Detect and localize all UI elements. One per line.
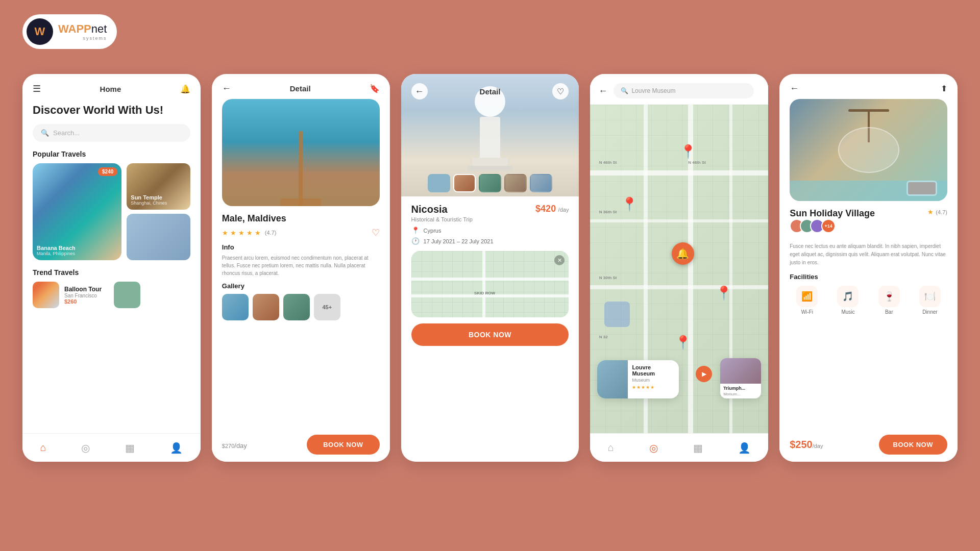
trend-item-1[interactable]: Balloon Tour San Francisco $260 (33, 282, 109, 308)
holiday-book-btn[interactable]: BOOK NOW (879, 435, 947, 455)
nav-explore-icon[interactable]: ◎ (81, 442, 90, 454)
holiday-footer: $250/day BOOK NOW (779, 429, 958, 462)
screen-map: ← 🔍 Louvre Museum N 46th St N 46th St N … (590, 74, 768, 462)
home-title: Home (100, 85, 121, 93)
triumph-img (720, 358, 761, 384)
search-icon: 🔍 (41, 129, 49, 137)
nicosia-header: ← Detail ♡ (401, 74, 579, 109)
street-label-2: N 46th St (688, 160, 706, 165)
rating-value: (4.7) (265, 230, 277, 236)
gallery-thumb-3[interactable] (283, 294, 310, 320)
nicosia-hero: ← Detail ♡ (401, 74, 579, 196)
card-location: Manila, Philippines (37, 251, 76, 256)
play-button[interactable]: ▶ (696, 366, 712, 382)
thumb-3[interactable] (479, 174, 501, 192)
triumph-card[interactable]: Triumph... Monum... (720, 358, 761, 398)
logo-net: net (91, 22, 107, 35)
map-pin-2[interactable]: 📍 (621, 196, 638, 212)
thumb-1[interactable] (428, 174, 450, 192)
detail-heart-icon[interactable]: ♡ (372, 227, 380, 238)
street-label-5: N 32 (599, 335, 608, 339)
trend-item-2[interactable] (114, 282, 190, 308)
pool-illustration (838, 109, 899, 173)
holiday-per: /day (813, 443, 823, 449)
map-back-icon[interactable]: ← (598, 86, 607, 96)
nicosia-back-icon[interactable]: ← (411, 83, 428, 99)
h-rating: (4.7) (936, 209, 947, 215)
trend-price-1: $260 (64, 298, 109, 305)
louvre-card[interactable]: Louvre Museum Museum ★ ★ ★ ★ ★ (597, 360, 679, 398)
nicosia-heart-icon[interactable]: ♡ (552, 83, 569, 99)
nav-cal-map[interactable]: ▦ (693, 442, 703, 454)
screen-home: ☰ Home 🔔 Discover World With Us! 🔍 Searc… (22, 74, 201, 462)
price-badge: $240 (98, 167, 117, 176)
thumb-4[interactable] (504, 174, 527, 192)
nicosia-place-info: Nicosia Historical & Touristic Trip (411, 204, 473, 222)
nicosia-meta: 📍 Cyprus 🕐 17 July 2021 – 22 July 2021 (411, 227, 569, 245)
bookmark-icon[interactable]: 🔖 (370, 84, 380, 93)
screen-detail-maldives: ← Detail 🔖 Male, Maldives ★ ★ ★ ★ ★ (4.7… (212, 74, 390, 462)
facility-bar: 🍷 Bar (872, 286, 906, 315)
nav-home-map[interactable]: ⌂ (608, 442, 614, 454)
price-value: $270/day (222, 439, 247, 450)
home-header: ☰ Home 🔔 (22, 74, 201, 99)
nav-profile-map[interactable]: 👤 (738, 442, 751, 454)
nav-calendar-icon[interactable]: ▦ (125, 442, 135, 454)
map-road-v (482, 251, 485, 317)
gallery-more[interactable]: 45+ (314, 294, 340, 320)
gallery-thumb-2[interactable] (253, 294, 279, 320)
holiday-back-icon[interactable]: ← (790, 83, 799, 94)
back-icon[interactable]: ← (222, 83, 231, 94)
street-label-3: N 36th St (599, 210, 617, 214)
meta-location: 📍 Cyprus (411, 227, 569, 234)
thumb-2[interactable] (453, 174, 476, 192)
map-search[interactable]: 🔍 Louvre Museum (614, 83, 754, 98)
nicosia-content: Nicosia Historical & Touristic Trip $420… (401, 196, 579, 353)
holiday-hero-image (790, 99, 947, 201)
meta-date: 🕐 17 July 2021 – 22 July 2021 (411, 237, 569, 245)
thumb-5[interactable] (530, 174, 552, 192)
nicosia-book-btn[interactable]: BOOK NOW (411, 323, 569, 346)
bar-icon: 🍷 (884, 291, 895, 302)
nicosia-map: SKID ROW ✕ (411, 251, 569, 317)
location-text: Cyprus (424, 228, 442, 234)
map-pin-orange-center[interactable]: 🔔 (672, 242, 694, 265)
holiday-header: ← ⬆ (779, 74, 958, 99)
temple-label: Sun Temple Shanghai, Chines (131, 194, 167, 206)
card-name: Banana Beach (37, 245, 76, 251)
map-pin-3[interactable]: 📍 (716, 285, 732, 301)
nicosia-title: Detail (480, 87, 501, 96)
share-icon[interactable]: ⬆ (941, 84, 947, 93)
holiday-price: $250 (790, 439, 813, 450)
h-star: ★ (927, 208, 934, 216)
nav-home-icon[interactable]: ⌂ (40, 442, 46, 454)
trend-img-2 (114, 282, 140, 308)
gallery-title: Gallery (212, 282, 390, 290)
louvre-img (597, 360, 628, 398)
map-pin-4[interactable]: 📍 (675, 335, 691, 350)
menu-icon[interactable]: ☰ (33, 83, 41, 94)
louvre-info: Louvre Museum Museum ★ ★ ★ ★ ★ (628, 360, 679, 398)
popular-card-large[interactable]: $240 Banana Beach Manila, Philippines (33, 163, 121, 260)
gallery-thumb-1[interactable] (222, 294, 249, 320)
search-bar[interactable]: 🔍 Search... (33, 124, 190, 142)
notification-icon[interactable]: 🔔 (180, 84, 190, 94)
star-2: ★ (230, 229, 236, 237)
popular-card-temple[interactable]: Sun Temple Shanghai, Chines (127, 163, 190, 210)
card-label: Banana Beach Manila, Philippines (37, 245, 76, 256)
facilities-grid: 📶 Wi-Fi 🎵 Music 🍷 Bar (790, 286, 947, 315)
nicosia-thumbnails (428, 174, 552, 192)
book-now-button[interactable]: BOOK NOW (307, 435, 379, 455)
nav-explore-map[interactable]: ◎ (649, 442, 658, 454)
holiday-stars: ★ (4.7) (927, 208, 947, 216)
nav-profile-icon[interactable]: 👤 (170, 442, 183, 454)
map-pin-1[interactable]: 📍 (680, 144, 696, 160)
holiday-name-group: Sun Holiday Village +14 (790, 208, 875, 238)
map-search-text: Louvre Museum (631, 87, 675, 94)
star-5: ★ (255, 229, 261, 237)
facilities-title: Facilities (790, 273, 947, 281)
holiday-name-row: Sun Holiday Village +14 ★ (4.7) (790, 208, 947, 238)
nicosia-price: $420 (535, 204, 556, 214)
popular-card-extra[interactable] (127, 214, 190, 260)
star-4: ★ (646, 385, 650, 390)
